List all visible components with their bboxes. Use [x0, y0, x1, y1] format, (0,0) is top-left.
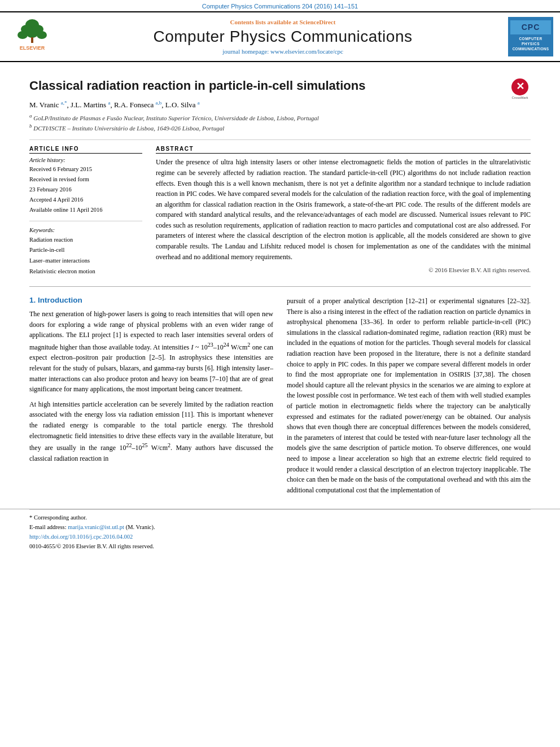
- top-journal-ref: Computer Physics Communications 204 (201…: [0, 0, 560, 11]
- received-date-1: Received 6 February 2015: [29, 164, 142, 174]
- abstract-text: Under the presence of ultra high intensi…: [156, 157, 531, 262]
- accepted-date: Accepted 4 April 2016: [29, 195, 142, 205]
- svg-rect-7: [31, 37, 33, 43]
- divider-after-affiliations: [29, 139, 531, 140]
- keyword-1: Radiation reaction: [29, 235, 142, 246]
- affil-b: DCTI/ISCTE – Instituto Universitário de …: [33, 125, 224, 132]
- journal-homepage: journal homepage: www.elsevier.com/locat…: [64, 48, 501, 55]
- right-para-1: pursuit of a proper analytical descripti…: [287, 296, 531, 495]
- svg-point-4: [18, 31, 28, 39]
- abstract-title: ABSTRACT: [156, 146, 531, 154]
- article-history-label: Article history:: [29, 157, 142, 163]
- article-history: Received 6 February 2015 Received in rev…: [29, 164, 142, 215]
- svg-text:ELSEVIER: ELSEVIER: [20, 45, 45, 51]
- svg-point-6: [37, 31, 47, 39]
- journal-header: ELSEVIER Contents lists available at Sci…: [0, 11, 560, 62]
- keywords-label: Keywords:: [29, 227, 142, 233]
- footnote-email: E-mail address: marija.vranic@ist.utl.pt…: [29, 523, 531, 532]
- body-col-left: 1. Introduction The next generation of h…: [29, 296, 273, 500]
- section-divider-1: [29, 286, 531, 287]
- footnote-divider: [29, 509, 531, 510]
- abstract-box: ABSTRACT Under the presence of ultra hig…: [156, 146, 531, 277]
- body-col-right: pursuit of a proper analytical descripti…: [287, 296, 531, 500]
- affiliations: a GoLP/Instituto de Plasmas e Fusão Nucl…: [29, 112, 531, 133]
- footnote-corresponding: * Corresponding author.: [29, 513, 531, 523]
- article-title: Classical radiation reaction in particle…: [29, 78, 531, 94]
- keyword-4: Relativistic electron motion: [29, 267, 142, 277]
- keyword-list: Radiation reaction Particle-in-cell Lase…: [29, 235, 142, 278]
- divider-keywords: [29, 221, 142, 221]
- journal-logo-box: CPC COMPUTER PHYSICS COMMUNICATIONS: [508, 17, 553, 56]
- homepage-label: journal homepage:: [222, 48, 269, 55]
- svg-text:✕: ✕: [516, 81, 524, 92]
- keywords-section: Keywords: Radiation reaction Particle-in…: [29, 227, 142, 278]
- keyword-2: Particle-in-cell: [29, 245, 142, 256]
- svg-text:CrossMark: CrossMark: [511, 96, 528, 99]
- email-author: (M. Vranic).: [126, 524, 155, 530]
- journal-header-center: Contents lists available at ScienceDirec…: [64, 19, 501, 55]
- received-revised-date: 23 February 2016: [29, 185, 142, 195]
- contents-label: Contents lists available at: [230, 19, 298, 25]
- sciencedirect-line: Contents lists available at ScienceDirec…: [64, 19, 501, 25]
- journal-title: Computer Physics Communications: [64, 28, 501, 46]
- sciencedirect-label: ScienceDirect: [299, 19, 335, 25]
- article-section: ✕ CrossMark Classical radiation reaction…: [0, 62, 560, 287]
- email-label: E-mail address:: [29, 524, 67, 530]
- article-info-abstract: ARTICLE INFO Article history: Received 6…: [29, 146, 531, 277]
- received-revised-label: Received in revised form: [29, 174, 142, 185]
- authors-line: M. Vranic a,*, J.L. Martins a, R.A. Fons…: [29, 100, 531, 110]
- available-online: Available online 11 April 2016: [29, 205, 142, 215]
- article-info-title: ARTICLE INFO: [29, 146, 142, 154]
- intro-para-1: The next generation of high-power lasers…: [29, 309, 273, 395]
- intro-heading: 1. Introduction: [29, 296, 273, 304]
- keyword-3: Laser–matter interactions: [29, 256, 142, 267]
- doi-link: http://dx.doi.org/10.1016/j.cpc.2016.04.…: [29, 534, 133, 540]
- body-section: 1. Introduction The next generation of h…: [0, 296, 560, 500]
- affil-a: GoLP/Instituto de Plasmas e Fusão Nuclea…: [33, 115, 319, 121]
- crossmark-badge: ✕ CrossMark: [509, 78, 531, 104]
- journal-ref-text: Computer Physics Communications 204 (201…: [202, 3, 358, 10]
- copyright-line: © 2016 Elsevier B.V. All rights reserved…: [156, 267, 531, 273]
- svg-point-5: [27, 30, 38, 38]
- elsevier-logo: ELSEVIER: [7, 18, 58, 55]
- homepage-url: www.elsevier.com/locate/cpc: [270, 48, 343, 55]
- intro-para-2: At high intensities particle acceleratio…: [29, 399, 273, 464]
- footnote-doi: http://dx.doi.org/10.1016/j.cpc.2016.04.…: [29, 532, 531, 542]
- article-info-box: ARTICLE INFO Article history: Received 6…: [29, 146, 142, 277]
- footnote-issn: 0010-4655/© 2016 Elsevier B.V. All right…: [29, 542, 531, 552]
- footnote-area: * Corresponding author. E-mail address: …: [0, 509, 560, 551]
- email-address: marija.vranic@ist.utl.pt: [68, 524, 124, 530]
